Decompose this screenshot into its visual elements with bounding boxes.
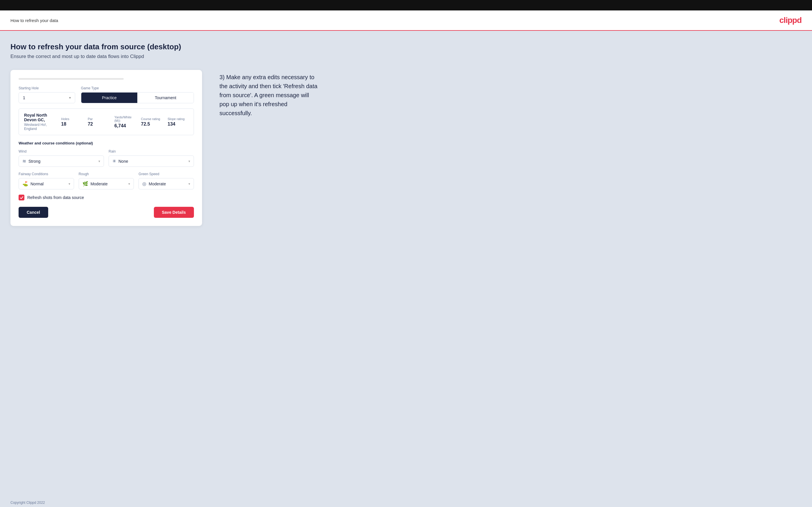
fairway-group: Fairway Conditions ⛳ Normal ▾ — [18, 172, 74, 189]
rough-icon: 🌿 — [83, 181, 88, 186]
rain-label: Rain — [109, 149, 194, 154]
par-label: Par — [88, 117, 93, 121]
par-value: 72 — [88, 121, 93, 127]
checkmark-icon — [20, 196, 23, 200]
yards-value: 6,744 — [114, 123, 126, 128]
form-card: Starting Hole 1 ▾ Game Type Practice Tou… — [10, 70, 202, 226]
slope-rating-stat: Slope rating 134 — [167, 117, 189, 127]
rain-group: Rain ✳ None ▾ — [109, 149, 194, 167]
conditions-row: Fairway Conditions ⛳ Normal ▾ Rough 🌿 Mo… — [18, 172, 194, 189]
cancel-button[interactable]: Cancel — [18, 207, 48, 218]
green-speed-icon: ◎ — [142, 181, 146, 186]
action-row: Cancel Save Details — [18, 207, 194, 218]
rough-label: Rough — [79, 172, 134, 176]
rain-chevron-icon: ▾ — [189, 159, 190, 163]
holes-value: 18 — [61, 121, 66, 127]
content-area: Starting Hole 1 ▾ Game Type Practice Tou… — [10, 70, 802, 226]
game-type-group: Game Type Practice Tournament — [81, 86, 194, 103]
holes-label: Holes — [61, 117, 69, 121]
rain-icon: ✳ — [112, 158, 116, 164]
yards-label: Yards/White (M)) — [114, 115, 135, 122]
yards-stat: Yards/White (M)) 6,744 — [114, 115, 135, 128]
hole-gametype-row: Starting Hole 1 ▾ Game Type Practice Tou… — [18, 86, 194, 103]
starting-hole-label: Starting Hole — [18, 86, 75, 90]
wind-icon: ≋ — [22, 158, 26, 164]
green-speed-value: Moderate — [149, 181, 186, 186]
main-content: How to refresh your data from source (de… — [0, 31, 812, 497]
rough-chevron-icon: ▾ — [128, 182, 130, 186]
rain-select[interactable]: ✳ None ▾ — [109, 156, 194, 167]
rough-value: Moderate — [91, 181, 126, 186]
page-subheading: Ensure the correct and most up to date d… — [10, 54, 802, 59]
starting-hole-select[interactable]: 1 ▾ — [18, 92, 75, 103]
save-button[interactable]: Save Details — [154, 207, 194, 218]
logo: clippd — [779, 16, 802, 25]
rough-select[interactable]: 🌿 Moderate ▾ — [79, 178, 134, 189]
game-type-label: Game Type — [81, 86, 194, 90]
footer: Copyright Clippd 2022 — [0, 497, 812, 507]
rough-group: Rough 🌿 Moderate ▾ — [79, 172, 134, 189]
card-top-strip — [18, 78, 124, 80]
conditions-label: Weather and course conditions (optional) — [18, 141, 194, 145]
side-description: 3) Make any extra edits necessary to the… — [219, 70, 318, 118]
tournament-button[interactable]: Tournament — [137, 93, 194, 103]
green-speed-label: Green Speed — [139, 172, 194, 176]
wind-value: Strong — [29, 159, 96, 164]
refresh-checkbox[interactable] — [18, 194, 24, 201]
game-type-buttons: Practice Tournament — [81, 92, 194, 103]
slope-rating-label: Slope rating — [167, 117, 185, 121]
starting-hole-group: Starting Hole 1 ▾ — [18, 86, 75, 103]
copyright: Copyright Clippd 2022 — [10, 501, 45, 505]
holes-stat: Holes 18 — [61, 117, 82, 127]
course-rating-stat: Course rating 72.5 — [141, 117, 162, 127]
fairway-label: Fairway Conditions — [18, 172, 74, 176]
wind-group: Wind ≋ Strong ▾ — [18, 149, 104, 167]
starting-hole-value: 1 — [23, 96, 25, 100]
page-heading: How to refresh your data from source (de… — [10, 42, 802, 51]
course-name-block: Royal North Devon GC, Westward Ho!, Engl… — [24, 113, 55, 131]
starting-hole-chevron-icon: ▾ — [69, 96, 71, 100]
green-speed-chevron-icon: ▾ — [189, 182, 190, 186]
fairway-value: Normal — [31, 181, 66, 186]
green-speed-select[interactable]: ◎ Moderate ▾ — [139, 178, 194, 189]
course-rating-label: Course rating — [141, 117, 160, 121]
wind-select[interactable]: ≋ Strong ▾ — [18, 156, 104, 167]
course-info-box: Royal North Devon GC, Westward Ho!, Engl… — [18, 109, 194, 135]
refresh-checkbox-row: Refresh shots from data source — [18, 194, 194, 201]
course-name: Royal North Devon GC, — [24, 113, 55, 122]
fairway-chevron-icon: ▾ — [68, 182, 70, 186]
header: How to refresh your data clippd — [0, 10, 812, 31]
fairway-icon: ⛳ — [22, 181, 28, 186]
wind-chevron-icon: ▾ — [98, 159, 100, 163]
slope-rating-value: 134 — [167, 121, 175, 127]
header-title: How to refresh your data — [10, 18, 58, 23]
fairway-select[interactable]: ⛳ Normal ▾ — [18, 178, 74, 189]
course-location: Westward Ho!, England — [24, 123, 55, 131]
practice-button[interactable]: Practice — [81, 93, 138, 103]
par-stat: Par 72 — [88, 117, 109, 127]
wind-rain-row: Wind ≋ Strong ▾ Rain ✳ None ▾ — [18, 149, 194, 167]
green-speed-group: Green Speed ◎ Moderate ▾ — [139, 172, 194, 189]
wind-label: Wind — [18, 149, 104, 154]
course-rating-value: 72.5 — [141, 121, 150, 127]
refresh-checkbox-label: Refresh shots from data source — [27, 195, 84, 200]
top-bar — [0, 0, 812, 10]
rain-value: None — [118, 159, 186, 164]
